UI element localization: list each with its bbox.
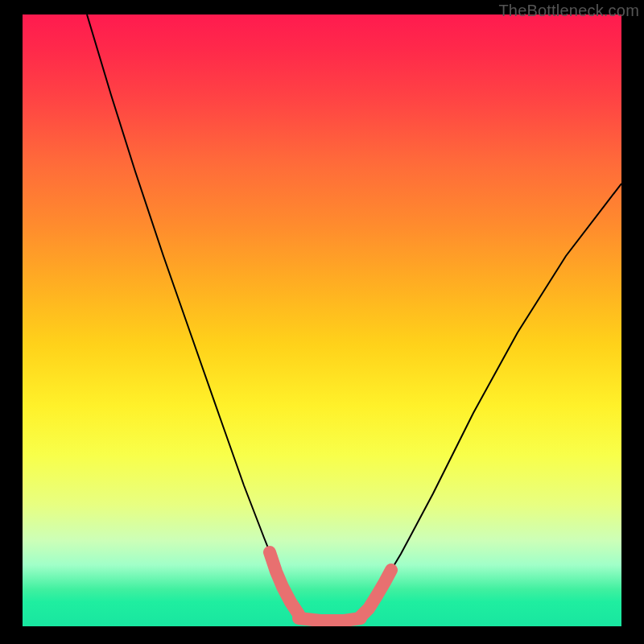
highlight-left bbox=[270, 552, 299, 614]
chart-frame bbox=[23, 14, 621, 626]
watermark-text: TheBottleneck.com bbox=[498, 2, 639, 20]
bottleneck-chart bbox=[23, 14, 621, 626]
highlight-bottom bbox=[299, 618, 361, 621]
right-curve bbox=[357, 184, 621, 618]
left-curve bbox=[87, 14, 304, 618]
highlight-right bbox=[361, 570, 391, 617]
